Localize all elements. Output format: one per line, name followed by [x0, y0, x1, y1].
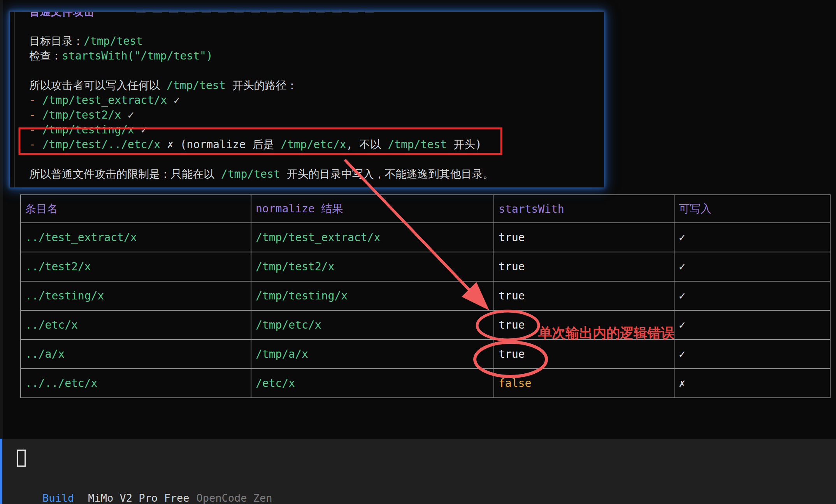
terminal-text-segment: /tmp/test_extract/x: [42, 94, 167, 107]
terminal-text-segment: 开头的目录中写入，不能逃逸到其他目录。: [280, 168, 494, 180]
normalized-cell: /tmp/test_extract/x: [251, 223, 494, 252]
writable-cell: ✓: [674, 310, 830, 340]
terminal-text-segment: ✗ (normalize 后是: [160, 138, 281, 151]
normalized-cell: /tmp/test2/x: [251, 252, 494, 281]
terminal-text-segment: -: [29, 108, 42, 121]
terminal-text-segment: 开头): [447, 138, 482, 151]
entry-cell: ../a/x: [21, 340, 251, 369]
terminal-text-segment: 所以攻击者可以写入任何以: [29, 79, 167, 92]
path-check-table: 条目名normalize 结果startsWith可写入 ../test_ext…: [20, 194, 831, 398]
terminal-line: - /tmp/test/../etc/x ✗ (normalize 后是 /tm…: [29, 137, 601, 152]
terminal-text-segment: 开头的路径：: [226, 79, 298, 92]
build-mode-label[interactable]: Build: [42, 492, 74, 504]
terminal-text-segment: -: [29, 94, 42, 107]
terminal-line: 检查：startsWith("/tmp/test"): [29, 49, 601, 63]
terminal-text-segment: startsWith("/tmp/test"): [62, 49, 213, 62]
terminal-text-segment: 所以普通文件攻击的限制是：只能在以: [29, 168, 221, 180]
terminal-gutter-line: [14, 12, 15, 187]
entry-cell: ../etc/x: [21, 310, 251, 340]
terminal-lines: 普通文件攻击目标目录：/tmp/test检查：startsWith("/tmp/…: [29, 12, 601, 182]
table-header-cell: 可写入: [674, 195, 830, 223]
startswith-cell: true: [494, 252, 674, 281]
table-header-cell: startsWith: [494, 195, 674, 223]
terminal-line: 所以普通文件攻击的限制是：只能在以 /tmp/test 开头的目录中写入，不能逃…: [29, 167, 601, 182]
table-row: ../a/x/tmp/a/xtrue✓: [21, 340, 830, 369]
status-line: BuildMiMo V2 Pro FreeOpenCode Zen: [17, 480, 272, 504]
table-header-cell: 条目名: [21, 195, 251, 223]
provider-label: OpenCode Zen: [196, 492, 272, 504]
entry-cell: ../../etc/x: [21, 369, 251, 398]
terminal-text-segment: ✓: [167, 94, 180, 107]
terminal-text-segment: /tmp/testing/x: [42, 123, 134, 136]
left-edge-strip: [0, 0, 3, 439]
terminal-text-segment: /tmp/test: [221, 168, 280, 180]
terminal-line: [29, 152, 601, 167]
table-row: ../../etc/x/etc/xfalse✗: [21, 369, 830, 398]
terminal-text-segment: , 不以: [346, 138, 388, 151]
normalized-cell: /tmp/testing/x: [251, 281, 494, 310]
annotation-label: 单次输出内的逻辑错误: [538, 324, 674, 342]
terminal-text-segment: 检查：: [29, 49, 62, 62]
writable-cell: ✓: [674, 340, 830, 369]
table-row: ../testing/x/tmp/testing/xtrue✓: [21, 281, 830, 310]
terminal-text-segment: /tmp/etc/x: [281, 138, 346, 151]
accent-bar: [0, 439, 2, 504]
writable-cell: ✓: [674, 252, 830, 281]
entry-cell: ../testing/x: [21, 281, 251, 310]
table-row: ../test2/x/tmp/test2/xtrue✓: [21, 252, 830, 281]
terminal-line: - /tmp/testing/x ✓: [29, 122, 601, 137]
table-row: ../etc/x/tmp/etc/xtrue✓: [21, 310, 830, 340]
terminal-text-segment: -: [29, 138, 42, 151]
terminal-line: 目标目录：/tmp/test: [29, 34, 601, 49]
terminal-text-segment: /tmp/test: [388, 138, 447, 151]
terminal-output-panel: 普通文件攻击目标目录：/tmp/test检查：startsWith("/tmp/…: [10, 12, 604, 187]
startswith-cell: true: [494, 223, 674, 252]
table-row: ../test_extract/x/tmp/test_extract/xtrue…: [21, 223, 830, 252]
entry-cell: ../test_extract/x: [21, 223, 251, 252]
normalized-cell: /tmp/etc/x: [251, 310, 494, 340]
table-header-row: 条目名normalize 结果startsWith可写入: [21, 195, 830, 223]
terminal-text-segment: ✓: [121, 108, 134, 121]
terminal-text-segment: 普通文件攻击: [29, 12, 95, 18]
writable-cell: ✓: [674, 223, 830, 252]
terminal-text-segment: /tmp/test: [84, 35, 143, 47]
writable-cell: ✗: [674, 369, 830, 398]
terminal-text-segment: -: [29, 123, 42, 136]
normalized-cell: /tmp/a/x: [251, 340, 494, 369]
startswith-cell: false: [494, 369, 674, 398]
startswith-cell: true: [494, 340, 674, 369]
terminal-line: 所以攻击者可以写入任何以 /tmp/test 开头的路径：: [29, 78, 601, 93]
terminal-text-segment: /tmp/test2/x: [42, 108, 121, 121]
clipped-text-remnant: [136, 12, 374, 13]
terminal-line: [29, 19, 601, 34]
writable-cell: ✓: [674, 281, 830, 310]
terminal-text-segment: /tmp/test/../etc/x: [42, 138, 160, 151]
terminal-text-segment: 目标目录：: [29, 35, 84, 47]
terminal-line: - /tmp/test2/x ✓: [29, 108, 601, 122]
startswith-cell: true: [494, 281, 674, 310]
table-header-cell: normalize 结果: [251, 195, 494, 223]
normalized-cell: /etc/x: [251, 369, 494, 398]
model-label: MiMo V2 Pro Free: [88, 492, 189, 504]
entry-cell: ../test2/x: [21, 252, 251, 281]
prompt-input-cursor[interactable]: [17, 450, 26, 467]
terminal-text-segment: ✓: [134, 123, 148, 136]
terminal-line: [29, 63, 601, 78]
status-panel: BuildMiMo V2 Pro FreeOpenCode Zen: [0, 439, 836, 504]
table-body: ../test_extract/x/tmp/test_extract/xtrue…: [21, 223, 830, 398]
terminal-text-segment: /tmp/test: [167, 79, 226, 92]
terminal-line: 普通文件攻击: [29, 12, 601, 19]
terminal-line: - /tmp/test_extract/x ✓: [29, 93, 601, 108]
